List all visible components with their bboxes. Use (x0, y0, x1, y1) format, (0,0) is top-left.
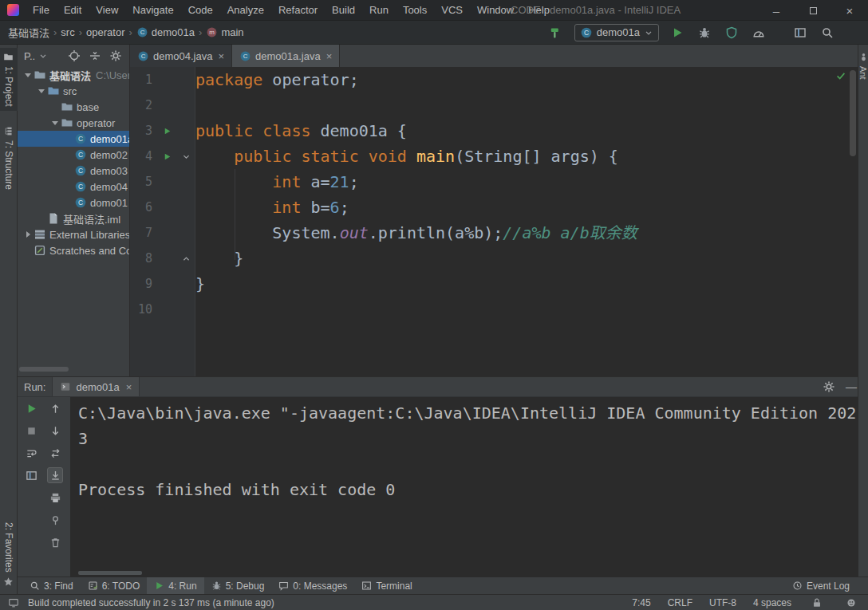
menu-tools[interactable]: Tools (396, 0, 434, 21)
pin-button[interactable] (47, 512, 63, 528)
tool-window-tab-5-debug[interactable]: 5: Debug (204, 577, 272, 594)
tree-item[interactable]: Cdemo04 (18, 179, 129, 195)
swap-button[interactable] (47, 445, 63, 461)
coverage-button[interactable] (723, 24, 740, 41)
menu-code[interactable]: Code (181, 0, 220, 21)
menu-edit[interactable]: Edit (57, 0, 89, 21)
run-button[interactable] (669, 24, 686, 41)
fold-up-icon[interactable] (182, 254, 191, 263)
fold-slot (176, 169, 195, 195)
hide-panel-button[interactable]: — (846, 380, 857, 393)
tree-item[interactable]: 基础语法C:\Users (18, 67, 129, 83)
tree-arrow-icon[interactable] (22, 70, 34, 80)
tool-window-tab-event-log[interactable]: Event Log (785, 580, 857, 592)
tool-window-tab-terminal[interactable]: Terminal (354, 577, 419, 594)
breadcrumb-item[interactable]: Cdemo01a (136, 26, 195, 38)
breadcrumb-item[interactable]: operator (86, 26, 124, 38)
status-message[interactable]: Build completed successfully in 2 s 137 … (28, 597, 274, 608)
menu-refactor[interactable]: Refactor (271, 0, 325, 21)
caret-position[interactable]: 7:45 (632, 597, 650, 608)
tool-window-tab-4-run[interactable]: 4: Run (147, 577, 203, 594)
tree-item[interactable]: Cdomo01 (18, 195, 129, 211)
tree-arrow-icon[interactable] (22, 230, 34, 239)
indent-setting[interactable]: 4 spaces (753, 597, 791, 608)
editor-tab[interactable]: Cdemo01a.java× (232, 45, 340, 67)
breadcrumb-item[interactable]: 基础语法 (8, 25, 49, 40)
fold-down-icon[interactable] (182, 152, 191, 161)
down-button[interactable] (47, 423, 63, 439)
debug-button[interactable] (696, 24, 713, 41)
layout-button[interactable] (791, 24, 809, 41)
console-output[interactable]: C:\Java\bin\java.exe "-javaagent:C:\Java… (70, 397, 868, 577)
editor-tab[interactable]: Cdemo04.java× (130, 45, 232, 67)
inspection-profile-button[interactable] (842, 594, 860, 610)
menu-run[interactable]: Run (362, 0, 396, 21)
run-config-select[interactable]: C demo01a (574, 24, 659, 41)
project-hscrollbar[interactable] (19, 367, 69, 372)
tool-window-tab-0-messages[interactable]: 0: Messages (271, 577, 354, 594)
run-settings-button[interactable] (820, 378, 838, 396)
tree-item[interactable]: Cdemo03 (18, 163, 129, 179)
tab-close-icon[interactable]: × (326, 50, 333, 62)
build-button[interactable] (547, 24, 565, 41)
softwrap-button[interactable] (23, 445, 39, 461)
tool-window-tab-3-find[interactable]: 3: Find (22, 577, 81, 594)
editor-vscrollbar[interactable] (850, 70, 856, 156)
tree-arrow-icon[interactable] (36, 86, 47, 96)
breadcrumb-item[interactable]: src (61, 26, 74, 38)
tree-no-arrow-icon (63, 166, 74, 175)
rerun-button[interactable] (23, 400, 39, 416)
layout-icon (26, 470, 37, 482)
menu-file[interactable]: File (26, 0, 57, 21)
stop-button[interactable] (23, 423, 39, 439)
minimize-button[interactable]: – (758, 0, 795, 21)
run-line-icon[interactable] (163, 127, 172, 136)
tool-stripe-button[interactable]: 1: Project (0, 48, 18, 111)
run-tab[interactable]: demo01a × (52, 377, 140, 396)
tree-item[interactable]: 基础语法.iml (18, 211, 129, 226)
editor[interactable]: 1package operator;23public class demo01a… (130, 67, 858, 376)
tab-close-icon[interactable]: × (218, 50, 224, 62)
tool-window-switcher-button[interactable] (5, 594, 22, 610)
breadcrumb-item[interactable]: mmain (206, 26, 243, 38)
close-button[interactable]: × (831, 0, 868, 21)
code-text: public class demo01a { (195, 118, 407, 144)
menu-view[interactable]: View (89, 0, 125, 21)
tool-window-tab-6-todo[interactable]: 6: TODO (81, 577, 148, 594)
clear-button[interactable] (47, 534, 63, 550)
menu-vcs[interactable]: VCS (434, 0, 470, 21)
up-button[interactable] (47, 400, 63, 416)
file-encoding[interactable]: UTF-8 (709, 597, 736, 608)
panel-settings-button[interactable] (107, 47, 124, 65)
menu-build[interactable]: Build (325, 0, 362, 21)
locate-file-button[interactable] (65, 47, 83, 65)
tool-stripe-button[interactable]: 2: Favorites (0, 518, 18, 591)
collapse-all-button[interactable] (86, 47, 104, 65)
tool-stripe-button[interactable]: 7: Structure (0, 122, 18, 194)
readonly-toggle-button[interactable] (808, 594, 826, 610)
tool-stripe-button[interactable]: Ant (858, 48, 868, 84)
tree-item[interactable]: Cdemo01a (18, 131, 129, 147)
tree-item[interactable]: Cdemo02 (18, 147, 129, 163)
tree-class-icon: C (74, 148, 87, 161)
console-hscrollbar[interactable] (78, 571, 142, 575)
print-icon (49, 492, 61, 504)
maximize-button[interactable] (795, 0, 831, 21)
search-everywhere-button[interactable] (819, 24, 836, 41)
print-button[interactable] (47, 490, 63, 506)
layout-button[interactable] (23, 467, 39, 483)
tree-item[interactable]: Scratches and Co (18, 242, 129, 258)
menu-navigate[interactable]: Navigate (125, 0, 180, 21)
project-view-label[interactable]: P.. (24, 50, 35, 62)
menu-analyze[interactable]: Analyze (220, 0, 271, 21)
scrollend-button[interactable] (47, 467, 63, 483)
tree-item[interactable]: operator (18, 115, 129, 131)
line-ending[interactable]: CRLF (668, 597, 692, 608)
tree-item[interactable]: External Libraries (18, 226, 129, 242)
profiler-button[interactable] (750, 24, 767, 41)
tree-item[interactable]: base (18, 99, 129, 115)
tab-close-icon[interactable]: × (126, 381, 132, 393)
tree-item[interactable]: src (18, 83, 129, 99)
tree-arrow-icon[interactable] (49, 118, 61, 128)
run-line-icon[interactable] (163, 152, 172, 161)
